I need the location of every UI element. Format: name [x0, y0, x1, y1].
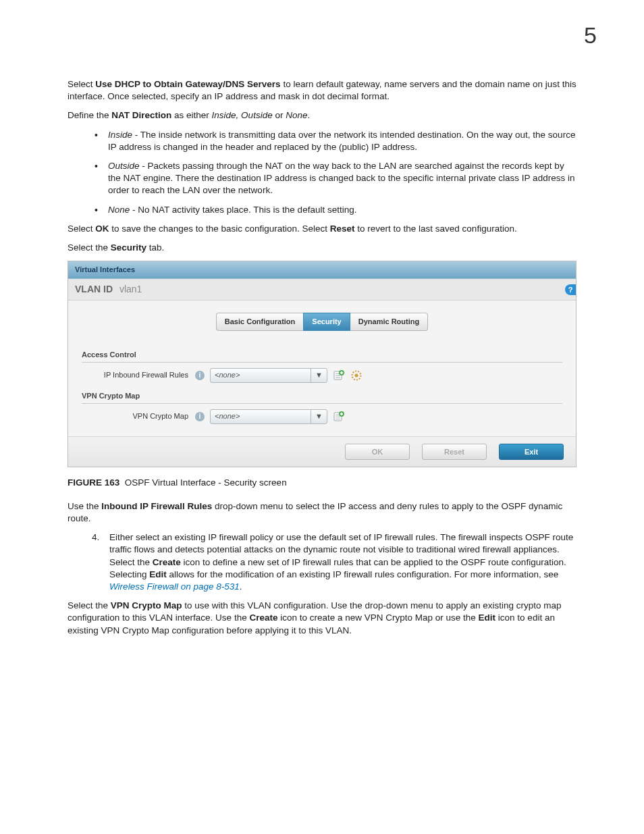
paragraph-inbound-rules: Use the Inbound IP Firewall Rules drop-d… [68, 500, 576, 525]
panel-subtitle-bar: VLAN ID vlan1 ? [68, 279, 576, 301]
panel-footer: OK Reset Exit [68, 436, 576, 467]
field-vpn-crypto: VPN Crypto Map i <none> ▼ [101, 409, 562, 424]
dropdown-ip-inbound[interactable]: <none> ▼ [210, 368, 327, 383]
help-icon[interactable]: ? [565, 284, 576, 295]
section-vpn-crypto: VPN Crypto Map [82, 391, 562, 404]
section-access-control: Access Control [82, 350, 562, 363]
create-icon[interactable] [333, 369, 345, 382]
reset-button[interactable]: Reset [422, 444, 487, 461]
info-icon[interactable]: i [195, 371, 205, 380]
paragraph-ok-reset: Select OK to save the changes to the bas… [68, 223, 576, 235]
paragraph-dhcp: Select Use DHCP to Obtain Gateway/DNS Se… [68, 78, 576, 103]
svg-rect-3 [336, 377, 340, 378]
chevron-down-icon: ▼ [311, 369, 323, 382]
svg-rect-12 [336, 419, 340, 419]
label-ip-inbound: IP Inbound Firewall Rules [101, 370, 190, 380]
step-4: 4. Either select an existing IP firewall… [92, 531, 576, 593]
field-ip-inbound: IP Inbound Firewall Rules i <none> ▼ [101, 368, 562, 383]
svg-rect-15 [340, 413, 343, 415]
panel-title: Virtual Interfaces [68, 261, 576, 279]
bullet-inside: Inside - The inside network is transmitt… [108, 129, 576, 153]
security-panel: Virtual Interfaces VLAN ID vlan1 ? Basic… [68, 261, 576, 467]
nat-bullets: Inside - The inside network is transmitt… [68, 129, 576, 216]
ok-button[interactable]: OK [345, 444, 410, 461]
chevron-down-icon: ▼ [311, 410, 323, 423]
svg-rect-2 [336, 375, 340, 376]
dropdown-vpn-crypto[interactable]: <none> ▼ [210, 409, 327, 424]
page-number: 5 [41, 20, 597, 51]
bullet-none: None - No NAT activity takes place. This… [108, 204, 576, 216]
paragraph-nat: Define the NAT Direction as either Insid… [68, 109, 576, 122]
tab-security[interactable]: Security [303, 313, 350, 331]
bullet-outside: Outside - Packets passing through the NA… [108, 160, 576, 197]
tab-dynamic-routing[interactable]: Dynamic Routing [350, 313, 428, 331]
exit-button[interactable]: Exit [499, 444, 564, 461]
svg-point-8 [355, 373, 358, 377]
vlan-id-label: VLAN ID [75, 284, 113, 294]
link-wireless-firewall[interactable]: Wireless Firewall on page 8-531 [109, 581, 240, 592]
paragraph-vpn-crypto: Select the VPN Crypto Map to use with th… [68, 600, 576, 637]
tab-basic-configuration[interactable]: Basic Configuration [216, 313, 304, 331]
figure-caption: FIGURE 163 OSPF Virtual Interface - Secu… [68, 477, 576, 489]
svg-rect-6 [340, 372, 343, 373]
paragraph-select-security: Select the Security tab. [68, 242, 576, 254]
edit-icon[interactable] [350, 369, 363, 382]
create-icon[interactable] [333, 411, 345, 423]
info-icon[interactable]: i [195, 412, 205, 421]
label-vpn-crypto: VPN Crypto Map [101, 411, 190, 421]
svg-rect-11 [336, 417, 340, 417]
vlan-id-value: vlan1 [119, 284, 142, 294]
tab-group: Basic Configuration Security Dynamic Rou… [216, 313, 428, 331]
